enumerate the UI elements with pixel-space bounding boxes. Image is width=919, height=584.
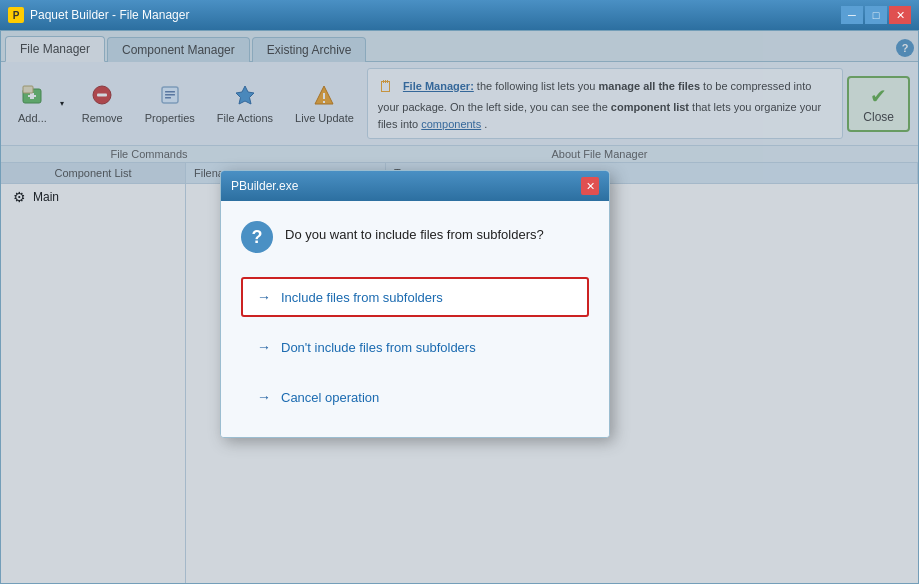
dialog-question-row: ? Do you want to include files from subf… <box>241 221 589 253</box>
question-icon: ? <box>241 221 273 253</box>
dialog-close-button[interactable]: ✕ <box>581 177 599 195</box>
maximize-button[interactable]: □ <box>865 6 887 24</box>
arrow-icon-1: → <box>257 289 271 305</box>
cancel-operation-label: Cancel operation <box>281 390 379 405</box>
cancel-operation-option[interactable]: → Cancel operation <box>241 377 589 417</box>
window-title: Paquet Builder - File Manager <box>30 8 841 22</box>
dialog-question-text: Do you want to include files from subfol… <box>285 221 544 245</box>
dont-include-subfolders-option[interactable]: → Don't include files from subfolders <box>241 327 589 367</box>
arrow-icon-2: → <box>257 339 271 355</box>
modal-overlay: PBuilder.exe ✕ ? Do you want to include … <box>0 30 919 584</box>
app-icon: P <box>8 7 24 23</box>
dont-include-label: Don't include files from subfolders <box>281 340 476 355</box>
window-controls: ─ □ ✕ <box>841 6 911 24</box>
arrow-icon-3: → <box>257 389 271 405</box>
close-window-button[interactable]: ✕ <box>889 6 911 24</box>
include-subfolders-option[interactable]: → Include files from subfolders <box>241 277 589 317</box>
dialog: PBuilder.exe ✕ ? Do you want to include … <box>220 170 610 438</box>
dialog-options: → Include files from subfolders → Don't … <box>241 277 589 417</box>
dialog-body: ? Do you want to include files from subf… <box>221 201 609 437</box>
dialog-title: PBuilder.exe <box>231 179 298 193</box>
title-bar: P Paquet Builder - File Manager ─ □ ✕ <box>0 0 919 30</box>
minimize-button[interactable]: ─ <box>841 6 863 24</box>
include-subfolders-label: Include files from subfolders <box>281 290 443 305</box>
dialog-titlebar: PBuilder.exe ✕ <box>221 171 609 201</box>
